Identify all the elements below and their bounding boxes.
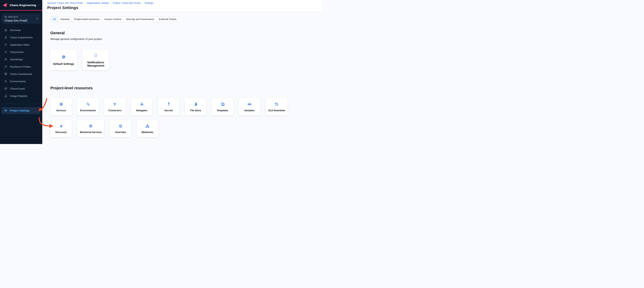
app-window: Chaos Engineering PROJECT Chaos-Dev-Prod… [0,0,322,144]
sidebar-nav: OverviewChaos ExperimentsApplication Map… [0,26,42,99]
card-label: Default Settings [53,62,74,66]
layers-icon [118,124,123,129]
filter-tabs: AllGeneralProject-level resourcesAccess … [50,17,179,22]
tab-external-tickets[interactable]: External Tickets [156,17,179,22]
filestore-icon [193,102,198,107]
sidebar-item-overview[interactable]: Overview [0,26,42,34]
key-icon [166,102,171,107]
delegates-card[interactable]: Delegates [131,98,152,115]
templates-card[interactable]: Templates [212,98,233,115]
section-description: Manage general configuration of your pro… [50,38,294,40]
discovery-card[interactable]: Discovery [50,120,72,137]
sidebar-item-label: Chaos Dashboards [10,73,32,75]
gear-check-icon [88,124,93,129]
registry-icon [4,94,8,98]
page-header: Account: Chaos Dev Team Prod2›Organizati… [42,0,322,12]
project-name: Chaos-Dev-Prod2 [4,19,35,22]
breadcrumb-separator: › [142,2,143,5]
secrets-card[interactable]: Secrets [158,98,180,115]
card-label: Overrides [115,131,126,133]
target-icon [4,43,8,46]
tab-project-level-resources[interactable]: Project-level resources [72,17,102,22]
sidebar-item-chaosguard[interactable]: ChaosGuard [0,85,42,92]
product-title: Chaos Engineering [10,4,36,7]
sidebar-item-environments[interactable]: Environments [0,78,42,85]
home-icon [4,28,8,32]
section-heading: Project-level resources [50,86,294,90]
sidebar-item-label: Environments [10,80,26,83]
monitored-services-card[interactable]: Monitored Services [77,120,104,137]
card-label: Templates [217,109,228,112]
sidebar-item-gamedays[interactable]: GameDays [0,56,42,63]
card-label: Variables [244,109,254,112]
gear-sync-icon [247,102,252,107]
sidebar-header: Chaos Engineering [0,0,42,10]
sidebar-item-application-maps[interactable]: Application Maps [0,41,42,48]
sidebar-divider [2,104,41,104]
users-icon [4,58,8,61]
chevron-right-icon [36,17,38,20]
default-settings-card[interactable]: Default Settings [50,50,77,70]
sidebar-item-resilience-probes[interactable]: Resilience Probes [0,63,42,70]
dashboard-icon [4,72,8,76]
sections: GeneralManage general configuration of y… [50,31,294,137]
sidebar-item-chaoshubs[interactable]: ChaosHubs [0,48,42,56]
gear-icon [59,102,64,107]
chaos-engineering-logo [2,3,8,8]
gear-icon [61,54,66,60]
sidebar-item-label: Project Settings [10,109,30,112]
content: AllGeneralProject-level resourcesAccess … [42,12,294,137]
tab-all[interactable]: All [50,17,58,22]
overrides-card[interactable]: Overrides [110,120,131,137]
tab-general[interactable]: General [58,17,72,22]
bell-icon [93,53,98,59]
sidebar: Chaos Engineering PROJECT Chaos-Dev-Prod… [0,0,42,144]
sidebar-item-chaos-experiments[interactable]: Chaos Experiments [0,34,42,41]
tab-security-and-governance[interactable]: Security and Governance [124,17,156,22]
breadcrumb-link[interactable]: Settings [145,2,153,5]
templates-icon [220,102,225,107]
accent-divider [0,10,42,11]
project-selector[interactable]: PROJECT Chaos-Dev-Prod2 [2,14,40,24]
section-divider [50,44,294,45]
file-store-card[interactable]: File Store [185,98,206,115]
notifications-management-card[interactable]: Notifications Management [82,50,109,70]
project-label: PROJECT [8,16,19,18]
sidebar-item-label: GameDays [10,58,23,61]
card-label: Monitored Services [80,131,102,133]
section-general: GeneralManage general configuration of y… [50,31,294,70]
hexagons-icon [4,79,8,83]
page-title: Project Settings [47,6,322,10]
connectors-card[interactable]: Connectors [104,98,126,115]
breadcrumb-link[interactable]: Organization: default [87,2,109,5]
environments-card[interactable]: Environments [77,98,99,115]
breadcrumb-link[interactable]: Account: Chaos Dev Team Prod2 [47,2,83,5]
sidebar-item-label: Image Registry [10,94,28,97]
card-label: Connectors [108,109,122,112]
sidebar-item-image-registry[interactable]: Image Registry [0,92,42,99]
main-area: Account: Chaos Dev Team Prod2›Organizati… [42,0,322,144]
section-heading: General [50,31,294,35]
breadcrumb-separator: › [84,2,85,5]
variables-card[interactable]: Variables [238,98,260,115]
services-card[interactable]: Services [50,98,72,115]
card-row: Default SettingsNotifications Management [50,50,298,70]
card-label: Delegates [136,109,147,112]
flask-icon [4,36,8,39]
module-grid-icon[interactable] [38,4,40,7]
breadcrumb: Account: Chaos Dev Team Prod2›Organizati… [47,2,322,5]
sidebar-item-label: Application Maps [10,43,30,46]
webhooks-card[interactable]: Webhooks [136,120,158,137]
sidebar-item-project-settings[interactable]: Project Settings [2,107,41,114]
webhook-icon [145,124,150,129]
sidebar-item-label: Resilience Probes [10,65,31,68]
sidebar-item-chaos-dashboards[interactable]: Chaos Dashboards [0,70,42,78]
hexagons-icon [86,102,90,107]
network-icon [4,50,8,54]
card-label: Webhooks [142,131,153,133]
tab-access-control[interactable]: Access Control [102,17,124,22]
slo-downtime-card[interactable]: SLO Downtime [266,98,288,115]
card-label: SLO Downtime [268,109,285,112]
breadcrumb-link[interactable]: Project: Chaos-Dev-Prod2 [113,2,141,5]
clock-badge-icon [274,102,279,107]
